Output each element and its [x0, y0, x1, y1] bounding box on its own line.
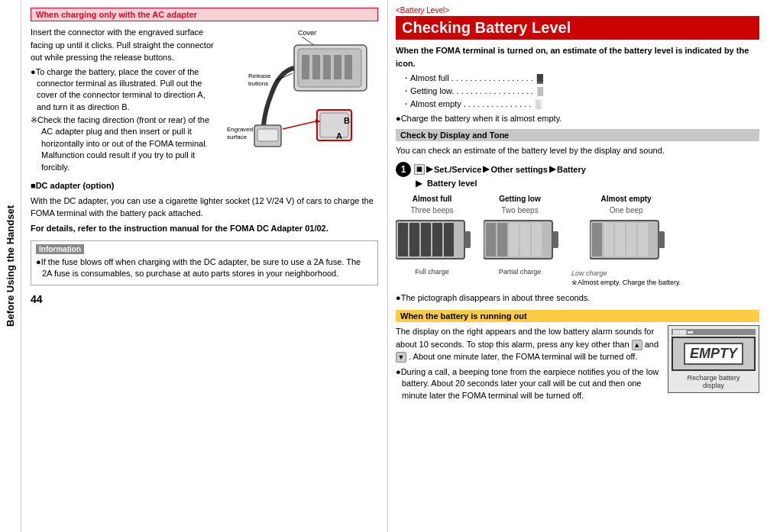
pictograph-note: ●The pictograph disappears in about thre…	[402, 292, 759, 304]
left-panel-content: When charging only with the AC adapter I…	[31, 8, 378, 466]
svg-rect-7	[334, 55, 341, 79]
svg-rect-34	[520, 223, 530, 256]
dc-section: ■DC adapter (option) With the DC adapter…	[31, 179, 378, 234]
recharge-screen: EMPTY	[672, 337, 756, 371]
sublabel-full: Three beeps	[410, 206, 453, 214]
svg-rect-26	[421, 223, 431, 256]
battery-col-partial: Getting low Two beeps Partial charge	[484, 195, 556, 276]
svg-text:surface: surface	[227, 134, 248, 140]
svg-rect-27	[432, 223, 442, 256]
page-number: 44	[31, 293, 378, 305]
step1-last: ▶ Battery level	[416, 179, 759, 189]
running-heading: When the battery is running out	[396, 310, 759, 322]
svg-rect-40	[615, 223, 625, 256]
check-intro: You can check an estimate of the battery…	[396, 144, 759, 157]
content-wrapper: When charging only with the AC adapter I…	[21, 0, 767, 532]
svg-rect-6	[323, 55, 331, 79]
recharge-caption: Recharge battery display	[672, 374, 756, 389]
svg-rect-15	[257, 129, 278, 141]
svg-rect-35	[532, 223, 542, 256]
info-bullet: ●If the fuse blows off when charging wit…	[42, 256, 373, 280]
svg-rect-24	[398, 223, 408, 256]
sidebar-label: Before Using the Handset	[5, 205, 16, 327]
info-box: Information ●If the fuse blows off when …	[31, 240, 378, 285]
key-icon-up: ▲	[632, 340, 642, 350]
svg-rect-30	[552, 231, 558, 248]
phone-status-bar: ▓▓▓▓ ■■	[672, 329, 756, 335]
caption-low: Low charge	[571, 269, 607, 277]
svg-text:B: B	[344, 116, 350, 125]
ac-heading: When charging only with the AC adapter	[31, 8, 378, 21]
svg-rect-23	[464, 231, 471, 248]
bullet-almost-empty: ・Almost empty . . . . . . . . . . . . . …	[402, 98, 759, 110]
svg-rect-37	[659, 231, 665, 248]
step1: 1 ▦ ▶ Set./Service ▶ Other settings ▶ Ba…	[396, 162, 759, 177]
battery-icon-full	[396, 218, 468, 263]
battery-heading: Checking Battery Level	[396, 16, 759, 40]
sublabel-partial: Two beeps	[501, 206, 538, 214]
bullet-getting-low: ・Getting low. . . . . . . . . . . . . . …	[402, 85, 759, 97]
ac-body: Insert the connector with the engraved s…	[31, 26, 219, 64]
step-number: 1	[396, 162, 411, 177]
sidebar: Before Using the Handset	[0, 0, 21, 532]
battery-intro: When the FOMA terminal is turned on, an …	[396, 44, 759, 69]
svg-rect-31	[486, 223, 496, 256]
bullet-almost-full: ・Almost full . . . . . . . . . . . . . .…	[402, 73, 759, 84]
full-battery-svg	[396, 218, 472, 262]
svg-rect-33	[509, 223, 519, 256]
label-partial: Getting low	[499, 195, 540, 203]
svg-rect-42	[638, 223, 648, 256]
battery-icon-low	[590, 218, 662, 263]
key-icon-down: ▼	[396, 352, 406, 363]
almost-empty-note: ※Almost empty. Charge the battery.	[571, 279, 681, 286]
ac-heading-text: When charging only with the AC adapter	[36, 10, 197, 19]
ac-diagram-svg: Cover	[225, 26, 378, 160]
caption-partial: Partial charge	[499, 268, 542, 276]
svg-rect-8	[345, 55, 352, 79]
svg-rect-32	[497, 223, 507, 256]
svg-line-20	[283, 121, 316, 129]
low-note: Low charge ※Almost empty. Charge the bat…	[571, 268, 681, 286]
battery-col-full: Almost full Three beeps Full charge	[396, 195, 468, 276]
right-panel: <Battery Level> Checking Battery Level W…	[388, 0, 767, 532]
arrow2: ▶	[483, 164, 489, 174]
svg-text:buttons: buttons	[248, 80, 268, 87]
svg-rect-25	[409, 223, 419, 256]
battery-icon-partial	[484, 218, 556, 263]
arrow4: ▶	[416, 179, 422, 188]
battery-grid: Almost full Three beeps Full charge	[396, 195, 759, 286]
ac-bullet1: ●To charge the battery, place the cover …	[37, 66, 219, 114]
label-low: Almost empty	[601, 195, 652, 203]
info-title: Information	[36, 244, 84, 254]
svg-rect-39	[604, 223, 613, 256]
battery-col-low: Almost empty One beep Low cha	[571, 195, 681, 286]
running-out-section: ▓▓▓▓ ■■ EMPTY Recharge battery display T…	[396, 325, 759, 401]
battery-bullets: ・Almost full . . . . . . . . . . . . . .…	[402, 73, 759, 110]
svg-rect-41	[626, 223, 636, 256]
svg-text:Release: Release	[248, 73, 271, 79]
svg-text:A: A	[336, 131, 342, 140]
caption-full: Full charge	[415, 268, 449, 276]
ac-note1: ※Check the facing direction (front or re…	[41, 114, 219, 173]
ac-text-block: Insert the connector with the engraved s…	[31, 26, 219, 175]
dc-heading: ■DC adapter (option)	[31, 179, 378, 192]
svg-rect-38	[592, 223, 602, 256]
ac-diagram: Cover	[225, 26, 378, 161]
arrow3: ▶	[549, 164, 555, 174]
partial-battery-svg	[484, 218, 560, 262]
svg-text:Engraved: Engraved	[227, 126, 253, 133]
dc-body1: With the DC adapter, you can use a cigar…	[31, 195, 378, 220]
svg-text:Cover: Cover	[298, 29, 316, 37]
menu-icon: ▦	[414, 164, 425, 175]
sublabel-low: One beep	[610, 206, 643, 214]
recharge-box: ▓▓▓▓ ■■ EMPTY Recharge battery display	[668, 325, 759, 393]
left-panel: When charging only with the AC adapter I…	[21, 0, 388, 532]
svg-rect-5	[312, 55, 320, 79]
check-heading: Check by Display and Tone	[396, 129, 759, 141]
dc-body2: For details, refer to the instruction ma…	[31, 222, 378, 235]
battery-tag: <Battery Level>	[396, 6, 759, 15]
svg-rect-4	[302, 55, 309, 79]
low-battery-svg	[590, 218, 666, 262]
svg-rect-28	[444, 223, 454, 256]
arrow1: ▶	[426, 164, 432, 174]
